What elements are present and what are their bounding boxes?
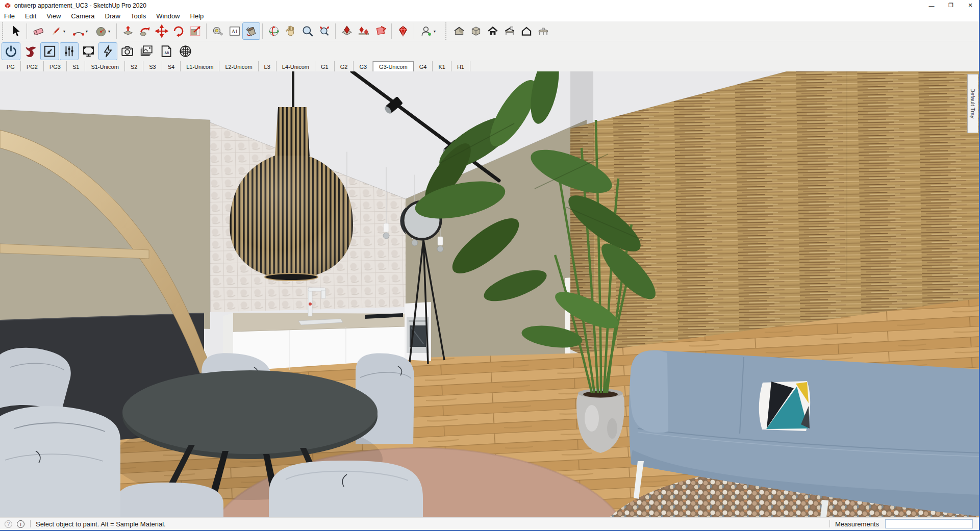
status-bar: ? i Select object to paint. Alt = Sample… [0,517,980,531]
measurements-separator [830,520,830,527]
scene-tab-l2-unicom[interactable]: L2-Unicom [219,61,258,72]
mi-document-icon[interactable]: .Mi [157,43,175,60]
rotate-tool-icon[interactable] [170,23,187,39]
menu-window[interactable]: Window [151,11,185,21]
scene-tab-l3[interactable]: L3 [259,61,277,72]
house-builder-icon[interactable] [501,23,518,39]
default-tray-tab[interactable]: Default Tray [967,74,978,133]
window-title: ontwerp appartement_UC3 - SketchUp Pro 2… [14,2,146,9]
scale-tool-icon[interactable] [187,23,204,39]
unicorn-icon[interactable] [21,43,39,60]
eraser-tool-icon[interactable] [30,23,46,39]
scene-tab-l4-unicom[interactable]: L4-Unicom [277,61,315,72]
select-tool-icon[interactable] [7,23,24,39]
scene-tab-pg3[interactable]: PG3 [44,61,67,72]
scene-tab-g4[interactable]: G4 [414,61,433,72]
menu-edit[interactable]: Edit [20,11,41,21]
scene-tab-s1-unicom[interactable]: S1-Unicom [85,61,124,72]
menu-draw[interactable]: Draw [100,11,125,21]
section-fill-toggle-icon[interactable] [372,23,389,39]
zoom-tool-icon[interactable] [299,23,316,39]
shed-icon[interactable] [535,23,551,39]
measurements-label: Measurements [835,520,879,528]
dining-chair [269,461,423,517]
toolbar-separator [27,23,27,39]
scene-tab-l1-unicom[interactable]: L1-Unicom [181,61,219,72]
dropdown-caret-icon[interactable]: ▼ [108,30,111,33]
svg-text:A1: A1 [232,29,238,34]
corner-arrow-icon[interactable] [41,43,59,60]
scene-tabs-bar: PGPG2PG3S1S1-UnicomS2S3S4L1-UnicomL2-Uni… [0,61,980,72]
scene-tab-pg2[interactable]: PG2 [21,61,44,72]
geometric-pillow [759,381,810,431]
lightning-icon[interactable] [99,43,117,60]
status-separator [30,520,31,527]
sofa-armrest [630,350,668,433]
pan-tool-icon[interactable] [282,23,299,39]
photos-icon[interactable] [138,43,156,60]
menu-file[interactable]: File [0,11,20,21]
toolbar-separator [414,23,414,39]
main-toolbar: ▼▼▼A1▼ [0,21,980,41]
toolbar-grip [2,22,5,40]
scene-tab-pg[interactable]: PG [1,61,21,72]
toolbar-separator [206,23,207,39]
move-tool-icon[interactable] [153,23,170,39]
monitor-icon[interactable] [80,43,97,60]
line-tool-icon[interactable]: ▼ [46,23,69,39]
info-circle-icon[interactable]: i [17,520,24,528]
measurements-input[interactable] [885,519,973,528]
text-tool-icon[interactable]: A1 [226,23,243,39]
menu-camera[interactable]: Camera [66,11,99,21]
sliders-icon[interactable] [60,43,78,60]
camera-icon[interactable] [118,43,136,60]
toolbar-separator [391,23,392,39]
globe-icon[interactable] [177,43,194,60]
tape-measure-tool-icon[interactable] [209,23,226,39]
toolbar-separator [116,23,117,39]
sketchup-logo-icon [4,2,11,9]
toolbar-separator [262,23,263,39]
menu-help[interactable]: Help [185,11,209,21]
scene-tab-s4[interactable]: S4 [162,61,181,72]
status-message: Select object to paint. Alt = Sample Mat… [36,520,166,528]
scene-tab-g3-unicom[interactable]: G3-Unicom [373,61,414,72]
push-pull-tool-icon[interactable] [119,23,136,39]
scene-tab-g3[interactable]: G3 [354,61,373,72]
title-bar: ontwerp appartement_UC3 - SketchUp Pro 2… [0,0,980,11]
paint-bucket-tool-icon[interactable] [243,23,260,39]
scene-tab-s2[interactable]: S2 [125,61,143,72]
dropdown-caret-icon[interactable]: ▼ [63,30,66,33]
help-circle-icon[interactable]: ? [5,520,12,528]
section-display-toggle-icon[interactable] [355,23,372,39]
scene-tab-g1[interactable]: G1 [315,61,335,72]
house-outline-icon[interactable] [518,23,535,39]
restore-button[interactable]: ❐ [941,0,961,11]
menu-tools[interactable]: Tools [125,11,151,21]
scene-tab-g2[interactable]: G2 [335,61,354,72]
menu-bar: FileEditViewCameraDrawToolsWindowHelp [0,11,980,21]
warehouse-house-icon[interactable] [450,23,467,39]
circle-tool-icon[interactable]: ▼ [91,23,114,39]
component-box-icon[interactable] [467,23,484,39]
follow-me-tool-icon[interactable] [136,23,153,39]
arc-tool-icon[interactable]: ▼ [69,23,91,39]
scene-tab-s1[interactable]: S1 [67,61,85,72]
section-plane-tool-icon[interactable] [338,23,355,39]
ruby-gem-icon[interactable] [394,23,411,39]
scene-tab-h1[interactable]: H1 [451,61,470,72]
dropdown-caret-icon[interactable]: ▼ [433,30,437,33]
zoom-extents-tool-icon[interactable] [316,23,333,39]
scene-tab-k1[interactable]: K1 [433,61,451,72]
orbit-tool-icon[interactable] [265,23,282,39]
menu-view[interactable]: View [41,11,66,21]
model-viewport[interactable]: Default Tray [0,71,980,517]
home-solid-icon[interactable] [484,23,501,39]
3d-scene [0,71,980,517]
power-icon[interactable] [2,43,20,60]
minimize-button[interactable]: — [922,0,941,11]
scene-tab-s3[interactable]: S3 [143,61,162,72]
account-icon[interactable]: ▼ [417,23,439,39]
dropdown-caret-icon[interactable]: ▼ [85,30,89,33]
close-button[interactable]: ✕ [961,0,980,11]
